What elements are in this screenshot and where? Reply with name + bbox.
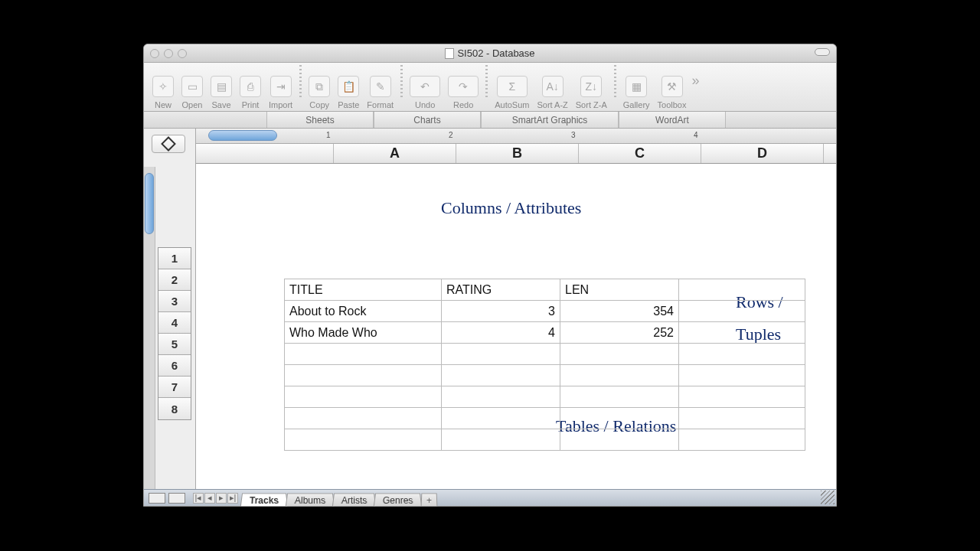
add-sheet-button[interactable]: + bbox=[420, 493, 437, 506]
toolbox-button[interactable]: ⚒Toolbox bbox=[654, 76, 691, 109]
gallery-button[interactable]: ▦Gallery bbox=[619, 76, 654, 109]
undo-button[interactable]: ↶Undo bbox=[406, 76, 444, 109]
print-button[interactable]: ⎙Print bbox=[236, 76, 265, 109]
row-headers: 1 2 3 4 5 6 7 8 bbox=[158, 247, 191, 420]
cell-title[interactable]: About to Rock bbox=[285, 301, 442, 322]
horizontal-ruler: 1 2 3 4 bbox=[196, 129, 836, 144]
last-sheet-button[interactable]: ▸| bbox=[227, 493, 238, 504]
column-headers: A B C D bbox=[196, 144, 836, 164]
copy-button[interactable]: ⧉Copy bbox=[305, 76, 334, 109]
row-header[interactable]: 4 bbox=[158, 312, 191, 334]
sheet-tabs: Tracks Albums Artists Genres + bbox=[241, 490, 436, 506]
cell-rating[interactable]: 3 bbox=[442, 301, 560, 322]
cell-header-title[interactable]: TITLE bbox=[285, 279, 442, 301]
cell-title[interactable]: Who Made Who bbox=[285, 322, 442, 344]
sheet-canvas[interactable]: Columns / Attributes Rows / Tuples Table… bbox=[196, 164, 836, 489]
sort-za-button[interactable]: Z↓Sort Z-A bbox=[572, 76, 611, 109]
row-header[interactable]: 3 bbox=[158, 291, 191, 312]
window-title: SI502 - Database bbox=[457, 47, 534, 59]
redo-button[interactable]: ↷Redo bbox=[444, 76, 482, 109]
left-gutter: 1 2 3 4 5 6 7 8 bbox=[144, 129, 196, 489]
cell-rating[interactable]: 4 bbox=[442, 322, 560, 344]
cell-len[interactable]: 354 bbox=[560, 301, 679, 322]
row-header[interactable]: 5 bbox=[158, 334, 191, 355]
column-header[interactable]: D bbox=[701, 144, 824, 163]
ribbon-subtabs: Sheets Charts SmartArt Graphics WordArt bbox=[144, 112, 836, 129]
row-header[interactable]: 6 bbox=[158, 355, 191, 377]
column-header[interactable]: A bbox=[334, 144, 456, 163]
status-bar: |◂ ◂ ▸ ▸| Tracks Albums Artists Genres + bbox=[144, 489, 836, 506]
new-button[interactable]: ✧New bbox=[149, 76, 178, 109]
sheet-tab-albums[interactable]: Albums bbox=[286, 493, 335, 506]
tab-sheets[interactable]: Sheets bbox=[266, 112, 374, 128]
autosum-button[interactable]: ΣAutoSum bbox=[491, 76, 533, 109]
sort-az-button[interactable]: A↓Sort A-Z bbox=[533, 76, 571, 109]
diamond-icon bbox=[161, 136, 176, 152]
resize-handle-icon[interactable] bbox=[821, 491, 835, 504]
overflow-icon[interactable]: » bbox=[691, 73, 699, 89]
name-box[interactable] bbox=[152, 135, 185, 153]
row-header[interactable]: 8 bbox=[158, 398, 191, 419]
next-sheet-button[interactable]: ▸ bbox=[216, 493, 227, 504]
column-header[interactable]: C bbox=[579, 144, 701, 163]
save-button[interactable]: ▤Save bbox=[207, 76, 236, 109]
vertical-ruler bbox=[144, 167, 155, 489]
cell-len[interactable]: 252 bbox=[560, 322, 679, 344]
prev-sheet-button[interactable]: ◂ bbox=[204, 493, 215, 504]
first-sheet-button[interactable]: |◂ bbox=[193, 493, 204, 504]
import-button[interactable]: ⇥Import bbox=[265, 76, 296, 109]
open-button[interactable]: ▭Open bbox=[178, 76, 207, 109]
cell-empty[interactable] bbox=[679, 322, 805, 344]
page-view-button[interactable] bbox=[168, 493, 185, 504]
cell-header-rating[interactable]: RATING bbox=[442, 279, 560, 301]
titlebar: SI502 - Database bbox=[144, 44, 836, 63]
format-button[interactable]: ✎Format bbox=[363, 76, 397, 109]
data-grid[interactable]: TITLE RATING LEN About to Rock 3 354 Who… bbox=[284, 279, 805, 451]
annotation-columns: Columns / Attributes bbox=[441, 198, 581, 218]
main-toolbar: ✧New ▭Open ▤Save ⎙Print ⇥Import ⧉Copy 📋P… bbox=[144, 63, 836, 112]
sheet-tab-tracks[interactable]: Tracks bbox=[240, 493, 288, 506]
h-ruler-thumb[interactable] bbox=[208, 130, 277, 141]
document-icon bbox=[445, 48, 454, 59]
cell-header-len[interactable]: LEN bbox=[560, 279, 679, 301]
workspace: 1 2 3 4 5 6 7 8 1 2 3 4 A B C bbox=[144, 129, 836, 489]
row-header[interactable]: 7 bbox=[158, 377, 191, 398]
sheet-tab-genres[interactable]: Genres bbox=[374, 493, 423, 506]
cell-empty[interactable] bbox=[679, 301, 805, 322]
cell-empty[interactable] bbox=[679, 279, 805, 301]
tab-charts[interactable]: Charts bbox=[374, 112, 481, 128]
column-header[interactable]: B bbox=[456, 144, 579, 163]
paste-button[interactable]: 📋Paste bbox=[334, 76, 363, 109]
toolbar-toggle-button[interactable] bbox=[815, 48, 830, 56]
tab-smartart[interactable]: SmartArt Graphics bbox=[481, 112, 619, 128]
row-header[interactable]: 2 bbox=[158, 269, 191, 291]
tab-wordart[interactable]: WordArt bbox=[619, 112, 726, 128]
normal-view-button[interactable] bbox=[149, 493, 165, 504]
app-window: SI502 - Database ✧New ▭Open ▤Save ⎙Print… bbox=[143, 44, 837, 507]
row-header[interactable]: 1 bbox=[158, 248, 191, 269]
sheet-tab-artists[interactable]: Artists bbox=[332, 493, 376, 506]
sheet-area: 1 2 3 4 A B C D Columns / Attributes Row… bbox=[196, 129, 836, 489]
v-ruler-thumb[interactable] bbox=[145, 173, 154, 234]
